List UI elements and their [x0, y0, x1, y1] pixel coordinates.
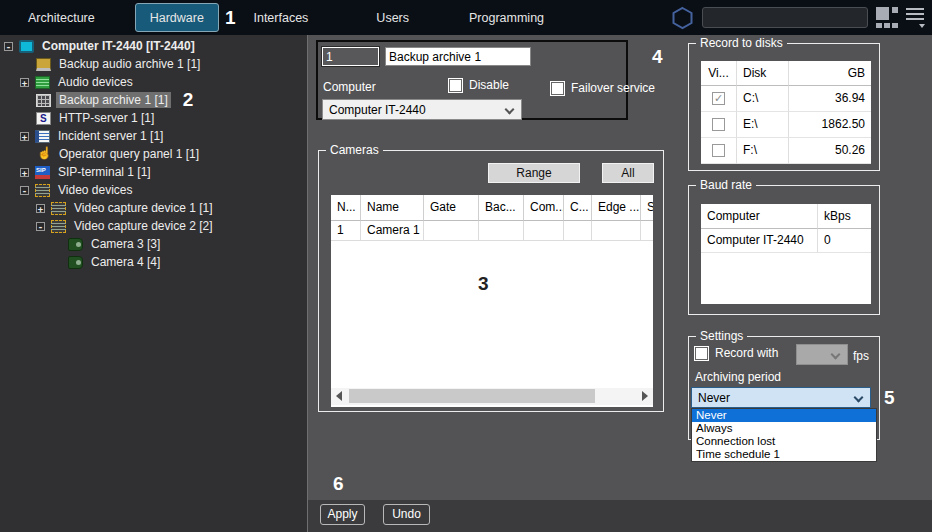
disks-table[interactable]: Vi... Disk GB C:\ 36.94 E:\ 1862.50 F:\: [701, 61, 871, 164]
operator-panel-icon: [36, 148, 51, 161]
table-row[interactable]: C:\ 36.94: [701, 86, 871, 112]
dropdown-option-always[interactable]: Always: [692, 422, 876, 435]
undo-button[interactable]: Undo: [383, 504, 430, 525]
baud-rate-group: Baud rate Computer kBps Computer IT-2440…: [688, 185, 880, 315]
cameras-table-header: N... Name Gate Bac... Com... C... Edge .…: [331, 195, 653, 221]
checkbox-icon[interactable]: [449, 79, 462, 92]
video-devices-icon: [35, 184, 50, 197]
annotation-4: 4: [652, 46, 663, 68]
table-row[interactable]: Computer IT-2440 0: [701, 229, 871, 253]
collapse-icon[interactable]: -: [20, 186, 29, 195]
computer-label: Computer: [323, 80, 376, 94]
tree-item-backup-archive[interactable]: Backup archive 1 [1] 2: [0, 91, 307, 109]
audio-devices-icon: [35, 76, 50, 89]
tab-users[interactable]: Users: [364, 11, 421, 25]
capture-device-icon: [51, 220, 66, 233]
record-to-disks-group: Record to disks Vi... Disk GB C:\ 36.94 …: [688, 43, 880, 171]
checkbox-icon[interactable]: [551, 82, 564, 95]
top-menu-bar: Architecture Hardware 1 Interfaces Users…: [0, 0, 932, 35]
failover-service-checkbox[interactable]: Failover service: [551, 81, 655, 95]
tab-programming[interactable]: Programming: [457, 11, 556, 25]
layouts-grid-icon[interactable]: [875, 6, 899, 32]
audio-archive-icon: [36, 58, 51, 71]
tree-item-computer[interactable]: - Computer IT-2440 [IT-2440]: [0, 37, 307, 55]
annotation-2: 2: [183, 89, 194, 111]
expand-icon[interactable]: +: [20, 132, 29, 141]
hardware-tree: - Computer IT-2440 [IT-2440] Backup audi…: [0, 35, 308, 532]
baud-rate-table[interactable]: Computer kBps Computer IT-2440 0: [701, 204, 871, 304]
apply-button[interactable]: Apply: [320, 504, 365, 525]
tree-item-sip-terminal[interactable]: + SIP-terminal 1 [1]: [0, 163, 307, 181]
scroll-right-icon[interactable]: [642, 391, 648, 401]
tree-item-http-server[interactable]: HTTP-server 1 [1]: [0, 109, 307, 127]
tree-item-operator-query-panel[interactable]: Operator query panel 1 [1]: [0, 145, 307, 163]
menu-icon[interactable]: [906, 8, 926, 26]
archiving-period-label: Archiving period: [695, 370, 781, 384]
table-row[interactable]: F:\ 50.26: [701, 138, 871, 164]
collapse-icon[interactable]: -: [36, 222, 45, 231]
annotation-3: 3: [478, 273, 489, 295]
disk-enabled-checkbox[interactable]: [712, 118, 725, 131]
horizontal-scrollbar[interactable]: [331, 388, 653, 405]
computer-select[interactable]: Computer IT-2440: [322, 99, 522, 120]
cameras-group: Cameras Range All N... Name Gate Bac... …: [318, 150, 664, 412]
settings-panel: Computer Disable Computer IT-2440 Failov…: [308, 35, 932, 532]
archiving-period-select[interactable]: Never: [691, 387, 871, 408]
range-button[interactable]: Range: [488, 163, 580, 183]
expand-icon[interactable]: +: [20, 168, 29, 177]
fps-select: [796, 344, 848, 365]
dropdown-option-connection-lost[interactable]: Connection lost: [692, 435, 876, 448]
checkbox-icon[interactable]: [695, 347, 708, 360]
backup-archive-icon: [36, 94, 51, 107]
camera-icon: [68, 238, 83, 251]
baud-table-header: Computer kBps: [701, 204, 871, 229]
tree-item-incident-server[interactable]: + Incident server 1 [1]: [0, 127, 307, 145]
hexagon-logo-icon: [671, 6, 694, 33]
tab-hardware[interactable]: Hardware: [135, 3, 219, 32]
tree-item-video-capture-device-1[interactable]: + Video capture device 1 [1]: [0, 199, 307, 217]
sip-terminal-icon: [35, 166, 50, 179]
tree-item-camera-4[interactable]: Camera 4 [4]: [0, 253, 307, 271]
annotation-5: 5: [884, 387, 895, 409]
chevron-down-icon: [505, 105, 515, 115]
chevron-down-icon: [854, 393, 864, 403]
tab-architecture[interactable]: Architecture: [16, 11, 107, 25]
object-id-field[interactable]: [322, 47, 379, 66]
identification-form: Computer Disable Computer IT-2440: [316, 40, 628, 120]
footer-bar: Apply Undo: [308, 500, 932, 532]
table-row[interactable]: 1 Camera 1: [331, 221, 653, 241]
object-name-field[interactable]: [385, 47, 531, 66]
expand-icon[interactable]: +: [20, 78, 29, 87]
disks-table-header: Vi... Disk GB: [701, 61, 871, 86]
camera-icon: [68, 256, 83, 269]
tree-item-backup-audio-archive[interactable]: Backup audio archive 1 [1]: [0, 55, 307, 73]
tree-item-camera-3[interactable]: Camera 3 [3]: [0, 235, 307, 253]
tree-item-audio-devices[interactable]: + Audio devices: [0, 73, 307, 91]
application-window: Architecture Hardware 1 Interfaces Users…: [0, 0, 932, 532]
dropdown-option-time-schedule-1[interactable]: Time schedule 1: [692, 448, 876, 461]
collapse-icon[interactable]: -: [4, 42, 13, 51]
record-with-checkbox[interactable]: Record with: [695, 346, 778, 360]
computer-icon: [19, 40, 34, 53]
scroll-left-icon[interactable]: [336, 391, 342, 401]
all-button[interactable]: All: [602, 163, 654, 183]
expand-icon[interactable]: +: [36, 204, 45, 213]
dropdown-option-never[interactable]: Never: [692, 409, 876, 422]
tree-item-video-capture-device-2[interactable]: - Video capture device 2 [2]: [0, 217, 307, 235]
search-input[interactable]: [702, 7, 868, 28]
capture-device-icon: [51, 202, 66, 215]
annotation-1: 1: [225, 7, 236, 29]
disk-enabled-checkbox[interactable]: [712, 144, 725, 157]
tab-interfaces[interactable]: Interfaces: [241, 11, 320, 25]
tree-item-video-devices[interactable]: - Video devices: [0, 181, 307, 199]
fps-label: fps: [853, 349, 869, 363]
disk-enabled-checkbox[interactable]: [712, 92, 725, 105]
settings-group: Settings Record with fps Archiving perio…: [688, 336, 880, 440]
archiving-period-dropdown-list: Never Always Connection lost Time schedu…: [691, 408, 877, 462]
incident-server-icon: [35, 130, 50, 143]
http-server-icon: [36, 112, 51, 125]
table-row[interactable]: E:\ 1862.50: [701, 112, 871, 138]
cameras-table[interactable]: N... Name Gate Bac... Com... C... Edge .…: [331, 195, 653, 407]
scrollbar-thumb[interactable]: [349, 389, 595, 403]
disable-checkbox[interactable]: Disable: [449, 78, 509, 92]
